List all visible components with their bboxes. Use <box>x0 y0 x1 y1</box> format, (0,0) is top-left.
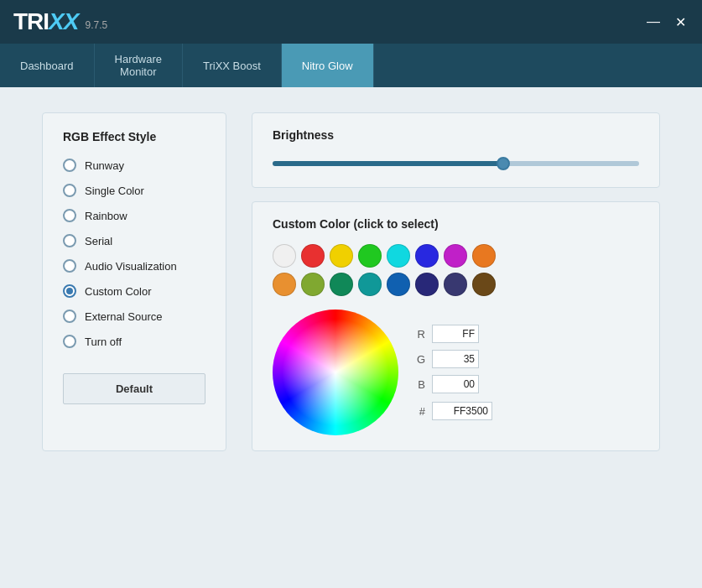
r-label: R <box>415 328 425 341</box>
swatch-r1-3[interactable] <box>358 244 382 268</box>
tab-trixx-boost[interactable]: TriXX Boost <box>183 44 282 87</box>
brightness-title: Brightness <box>273 128 639 142</box>
minimize-button[interactable]: — <box>645 13 662 30</box>
swatch-r2-6[interactable] <box>444 273 467 296</box>
b-row: B <box>415 375 492 393</box>
swatch-r1-7[interactable] <box>472 244 496 268</box>
version-label: 9.7.5 <box>85 19 107 31</box>
swatch-r2-4[interactable] <box>387 273 410 296</box>
swatch-r1-5[interactable] <box>415 244 439 268</box>
radio-runway[interactable]: Runway <box>63 159 205 172</box>
radio-audio-visualization[interactable]: Audio Visualization <box>63 259 205 273</box>
radio-label-runway: Runway <box>85 159 124 172</box>
slider-thumb[interactable] <box>497 157 510 170</box>
swatch-r2-1[interactable] <box>301 273 325 296</box>
logo-area: TRIXX 9.7.5 <box>13 8 107 35</box>
radio-group: Runway Single Color Rainbow Serial Audio… <box>63 159 205 348</box>
radio-circle-external <box>63 310 76 323</box>
radio-label-serial: Serial <box>85 235 112 247</box>
radio-circle-audio <box>63 259 76 273</box>
swatch-r1-6[interactable] <box>444 244 467 268</box>
hex-input[interactable] <box>432 402 492 420</box>
hash-label: # <box>415 405 425 418</box>
swatch-r2-3[interactable] <box>358 273 382 296</box>
radio-label-single-color: Single Color <box>85 185 144 197</box>
radio-label-external: External Source <box>85 310 163 323</box>
radio-turn-off[interactable]: Turn off <box>63 335 205 348</box>
swatch-r2-7[interactable] <box>472 273 496 296</box>
content-area: RGB Effect Style Runway Single Color Rai… <box>0 87 702 476</box>
b-label: B <box>415 378 425 391</box>
radio-label-rainbow: Rainbow <box>85 210 127 222</box>
color-swatches <box>273 244 639 296</box>
color-section: Custom Color (click to select) R G <box>252 201 660 451</box>
b-input[interactable] <box>432 375 479 393</box>
tab-nitro-glow[interactable]: Nitro Glow <box>282 44 374 87</box>
swatch-r1-1[interactable] <box>301 244 325 268</box>
g-label: G <box>415 353 425 366</box>
tab-dashboard[interactable]: Dashboard <box>0 44 95 87</box>
logo-xx: XX <box>49 8 78 34</box>
radio-circle-runway <box>63 159 76 172</box>
swatch-row-2 <box>273 273 639 296</box>
title-controls: — ✕ <box>645 13 689 30</box>
logo-tri: TRI <box>13 8 49 34</box>
radio-external-source[interactable]: External Source <box>63 310 205 323</box>
rgb-inputs: R G B # <box>415 325 492 420</box>
radio-label-turnoff: Turn off <box>85 336 122 348</box>
swatch-r1-4[interactable] <box>387 244 410 268</box>
color-section-title: Custom Color (click to select) <box>273 217 639 231</box>
left-panel: RGB Effect Style Runway Single Color Rai… <box>42 112 226 451</box>
radio-label-custom: Custom Color <box>85 285 151 298</box>
logo: TRIXX <box>13 8 78 35</box>
radio-circle-serial <box>63 234 76 247</box>
radio-circle-single-color <box>63 184 76 197</box>
color-picker-area: R G B # <box>273 310 639 435</box>
r-row: R <box>415 325 492 343</box>
radio-single-color[interactable]: Single Color <box>63 184 205 197</box>
swatch-r2-5[interactable] <box>415 273 439 296</box>
g-row: G <box>415 350 492 368</box>
default-button[interactable]: Default <box>63 373 205 404</box>
slider-container <box>273 155 639 172</box>
swatch-row-1 <box>273 244 639 268</box>
brightness-section: Brightness <box>252 112 660 188</box>
color-wheel[interactable] <box>273 310 398 435</box>
panel-title: RGB Effect Style <box>63 130 205 143</box>
hex-row: # <box>415 402 492 420</box>
tab-hardware-monitor[interactable]: HardwareMonitor <box>95 44 183 87</box>
radio-label-audio: Audio Visualization <box>85 260 177 273</box>
radio-custom-color[interactable]: Custom Color <box>63 284 205 298</box>
radio-circle-rainbow <box>63 209 76 222</box>
radio-rainbow[interactable]: Rainbow <box>63 209 205 222</box>
swatch-r2-2[interactable] <box>330 273 353 296</box>
g-input[interactable] <box>432 350 479 368</box>
swatch-r1-2[interactable] <box>330 244 353 268</box>
slider-track <box>273 161 639 166</box>
tabs-bar: Dashboard HardwareMonitor TriXX Boost Ni… <box>0 44 702 87</box>
close-button[interactable]: ✕ <box>672 13 689 30</box>
radio-circle-turnoff <box>63 335 76 348</box>
title-bar: TRIXX 9.7.5 — ✕ <box>0 0 702 44</box>
radio-serial[interactable]: Serial <box>63 234 205 247</box>
swatch-r1-0[interactable] <box>273 244 296 268</box>
right-panel: Brightness Custom Color (click to select… <box>252 112 660 451</box>
radio-circle-custom <box>63 284 76 298</box>
r-input[interactable] <box>432 325 479 343</box>
swatch-r2-0[interactable] <box>273 273 296 296</box>
